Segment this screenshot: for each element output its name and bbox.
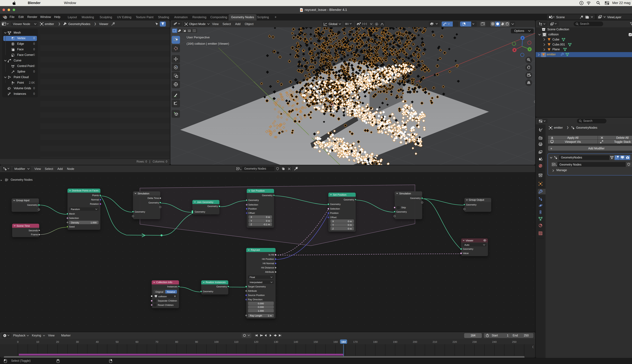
- svg-text:Z: Z: [522, 36, 523, 39]
- svg-text:Y: Y: [529, 48, 530, 50]
- svg-text:X: X: [514, 49, 515, 51]
